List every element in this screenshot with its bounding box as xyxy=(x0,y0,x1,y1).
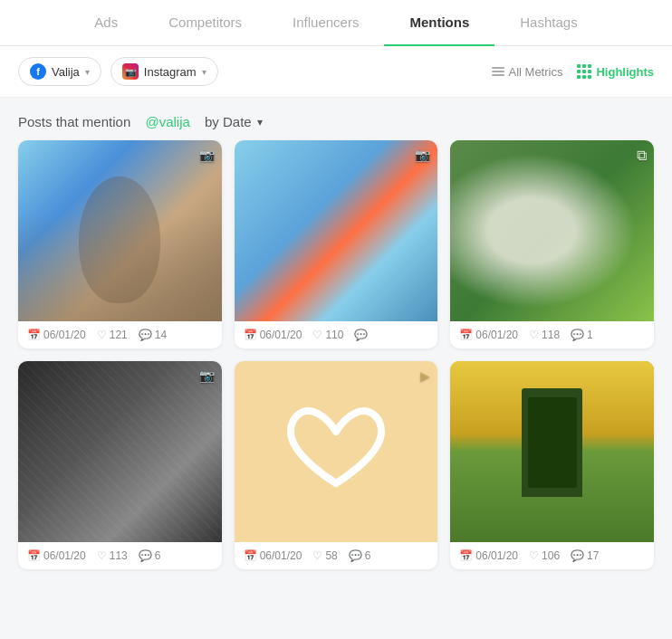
account-label: Valija xyxy=(52,65,80,79)
post-date: 📅 06/01/20 xyxy=(27,329,86,341)
post-date: 📅 06/01/20 xyxy=(244,549,302,562)
post-comments: 💬 6 xyxy=(349,549,371,562)
date-value: 06/01/20 xyxy=(260,329,302,341)
post-date: 📅 06/01/20 xyxy=(459,329,518,341)
post-meta: 📅 06/01/20 ♡ 113 💬 6 xyxy=(18,542,222,569)
post-type-icon: ⧉ xyxy=(637,148,647,164)
heart-icon: ♡ xyxy=(312,549,322,562)
post-likes: ♡ 58 xyxy=(312,549,337,562)
post-card[interactable]: 📷 📅 06/01/20 ♡ 113 💬 6 xyxy=(18,361,222,569)
grid-icon xyxy=(577,64,591,79)
tab-competitors[interactable]: Competitors xyxy=(143,0,267,46)
tab-mentions[interactable]: Mentions xyxy=(384,0,494,46)
post-meta: 📅 06/01/20 ♡ 121 💬 14 xyxy=(18,321,222,348)
tab-hashtags[interactable]: Hashtags xyxy=(494,0,602,46)
post-likes: ♡ 110 xyxy=(312,329,343,341)
post-type-icon: ▶ xyxy=(420,368,430,383)
date-value: 06/01/20 xyxy=(43,329,86,341)
likes-value: 113 xyxy=(110,549,128,562)
comments-value: 17 xyxy=(587,549,599,562)
post-likes: ♡ 118 xyxy=(529,329,560,341)
post-meta: 📅 06/01/20 ♡ 118 💬 1 xyxy=(450,321,654,348)
calendar-icon: 📅 xyxy=(27,549,41,562)
post-image: 📷 xyxy=(235,140,438,321)
all-metrics-button[interactable]: All Metrics xyxy=(492,65,563,79)
comments-value: 1 xyxy=(587,329,593,341)
calendar-icon: 📅 xyxy=(244,329,257,341)
post-image: ▶ xyxy=(235,361,438,542)
platform-label: Instagram xyxy=(144,65,197,79)
comment-icon: 💬 xyxy=(571,329,584,341)
comment-icon: 💬 xyxy=(349,549,362,562)
post-meta: 📅 06/01/20 ♡ 106 💬 17 xyxy=(450,542,654,569)
heart-icon: ♡ xyxy=(529,329,539,341)
toolbar: f Valija ▾ 📷 Instagram ▾ All Metrics Hig… xyxy=(0,46,672,98)
comment-icon: 💬 xyxy=(139,329,152,341)
heart-icon: ♡ xyxy=(97,329,107,341)
section-title: Posts that mention @valija by Date ▾ xyxy=(0,98,672,140)
post-card[interactable]: ⧉ 📅 06/01/20 ♡ 118 💬 1 xyxy=(450,140,654,348)
all-metrics-label: All Metrics xyxy=(509,65,563,79)
post-type-icon: 📷 xyxy=(415,148,430,162)
post-card[interactable]: 📷 📅 06/01/20 ♡ 121 💬 14 xyxy=(18,140,222,348)
post-image xyxy=(450,361,654,542)
toolbar-right: All Metrics Highlights xyxy=(492,64,655,79)
list-icon xyxy=(492,67,504,76)
likes-value: 118 xyxy=(542,329,560,341)
tab-ads[interactable]: Ads xyxy=(69,0,143,46)
post-likes: ♡ 113 xyxy=(97,549,128,562)
likes-value: 106 xyxy=(542,549,560,562)
calendar-icon: 📅 xyxy=(27,329,41,341)
date-value: 06/01/20 xyxy=(260,549,302,562)
likes-value: 121 xyxy=(110,329,128,341)
posts-grid: 📷 📅 06/01/20 ♡ 121 💬 14 📷 📅 06/01/20 xyxy=(0,140,672,587)
tab-influencers[interactable]: Influencers xyxy=(267,0,384,46)
comment-icon: 💬 xyxy=(139,549,152,562)
post-meta: 📅 06/01/20 ♡ 110 💬 xyxy=(235,321,438,348)
post-comments: 💬 1 xyxy=(571,329,593,341)
account-chevron-icon: ▾ xyxy=(85,67,90,77)
post-card[interactable]: ▶ 📅 06/01/20 ♡ 58 💬 6 xyxy=(235,361,438,569)
comment-icon: 💬 xyxy=(354,329,368,341)
date-value: 06/01/20 xyxy=(475,549,518,562)
heart-icon: ♡ xyxy=(97,549,107,562)
post-likes: ♡ 106 xyxy=(529,549,560,562)
calendar-icon: 📅 xyxy=(459,329,473,341)
platform-dropdown[interactable]: 📷 Instagram ▾ xyxy=(110,57,218,86)
calendar-icon: 📅 xyxy=(244,549,257,562)
heart-icon: ♡ xyxy=(529,549,539,562)
post-likes: ♡ 121 xyxy=(97,329,128,341)
account-dropdown[interactable]: f Valija ▾ xyxy=(18,57,101,86)
highlights-button[interactable]: Highlights xyxy=(577,64,654,79)
post-type-icon: 📷 xyxy=(199,148,215,162)
nav-tabs: Ads Competitors Influencers Mentions Has… xyxy=(0,0,672,46)
post-image: 📷 xyxy=(18,361,222,542)
likes-value: 110 xyxy=(325,329,343,341)
post-comments: 💬 xyxy=(354,329,370,341)
comments-value: 14 xyxy=(155,329,167,341)
post-card[interactable]: 📷 📅 06/01/20 ♡ 110 💬 xyxy=(235,140,438,348)
platform-chevron-icon: ▾ xyxy=(202,67,206,77)
post-comments: 💬 6 xyxy=(139,549,161,562)
post-type-icon: 📷 xyxy=(199,368,215,383)
comments-value: 6 xyxy=(155,549,161,562)
comment-icon: 💬 xyxy=(571,549,584,562)
calendar-icon: 📅 xyxy=(459,549,473,562)
post-date: 📅 06/01/20 xyxy=(459,549,518,562)
post-date: 📅 06/01/20 xyxy=(244,329,302,341)
post-image: 📷 xyxy=(18,140,222,321)
comments-value: 6 xyxy=(365,549,371,562)
post-image: ⧉ xyxy=(450,140,654,321)
date-value: 06/01/20 xyxy=(475,329,518,341)
post-comments: 💬 17 xyxy=(571,549,599,562)
highlights-label: Highlights xyxy=(596,65,654,79)
instagram-icon: 📷 xyxy=(122,63,139,80)
post-card[interactable]: 📅 06/01/20 ♡ 106 💬 17 xyxy=(450,361,654,569)
post-comments: 💬 14 xyxy=(139,329,167,341)
date-sort-dropdown[interactable]: ▾ xyxy=(257,116,263,129)
post-meta: 📅 06/01/20 ♡ 58 💬 6 xyxy=(235,542,438,569)
mention-link[interactable]: @valija xyxy=(145,114,189,129)
date-value: 06/01/20 xyxy=(43,549,86,562)
facebook-icon: f xyxy=(30,63,46,80)
post-date: 📅 06/01/20 xyxy=(27,549,86,562)
